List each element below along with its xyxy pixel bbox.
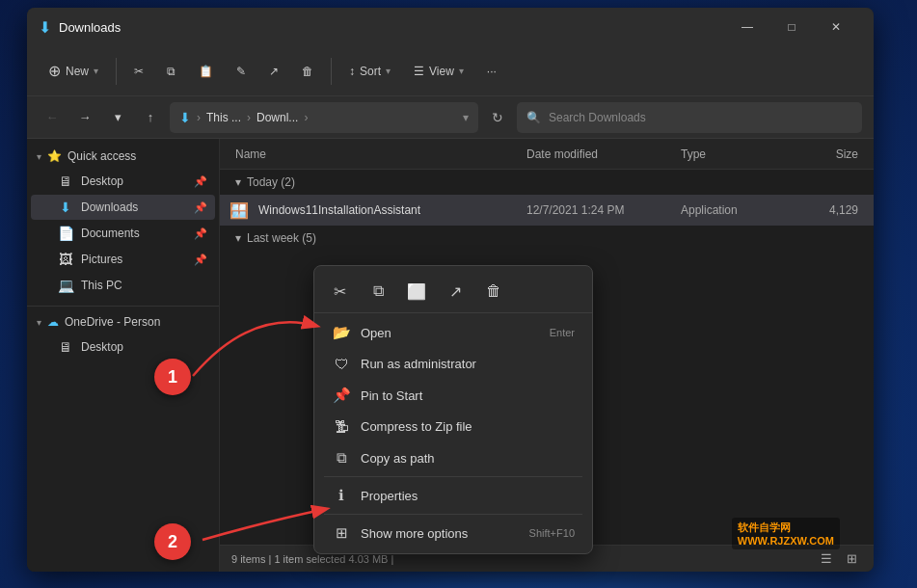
file-date: 12/7/2021 1:24 PM (519, 203, 673, 217)
onedrive-header[interactable]: ▾ ☁ OneDrive - Person (27, 310, 219, 334)
cut-button[interactable]: ✂ (124, 59, 153, 84)
watermark: 软件自学网 WWW.RJZXW.COM (732, 518, 840, 549)
ctx-showmore-label: Show more options (361, 526, 468, 541)
sidebar-item-desktop[interactable]: 🖥 Desktop 📌 (31, 169, 215, 194)
share-button[interactable]: ↗ (259, 59, 288, 84)
group-lastweek: ▾ Last week (5) (220, 226, 874, 251)
cut-icon: ✂ (134, 65, 144, 78)
copy-button[interactable]: ⧉ (157, 59, 185, 84)
refresh-button[interactable]: ↻ (484, 104, 511, 131)
annotation-1: 1 (154, 359, 191, 395)
ctx-delete-button[interactable]: 🗑 (478, 276, 509, 307)
col-name-header[interactable]: Name (228, 147, 519, 161)
col-type-header[interactable]: Type (673, 147, 789, 161)
file-windows-icon: 🪟 (228, 201, 251, 220)
sort-label: Sort (360, 65, 381, 78)
ctx-open-shortcut: Enter (550, 327, 575, 338)
onedrive-label: OneDrive - Person (65, 315, 160, 329)
address-path[interactable]: ⬇ › This ... › Downl... › ▾ (170, 102, 478, 133)
up-button[interactable]: ↑ (137, 104, 164, 131)
watermark-line1: 软件自学网 (738, 521, 834, 535)
ctx-open-left: 📂 Open (332, 324, 391, 341)
minimize-button[interactable]: — (725, 12, 769, 42)
ctx-copypath-item[interactable]: ⧉ Copy as path (318, 442, 588, 473)
ctx-compress-item[interactable]: 🗜 Compress to Zip file (318, 412, 588, 441)
path-part-1: This ... (206, 111, 241, 124)
sidebar-item-desktop-label: Desktop (81, 174, 123, 188)
sidebar-item-pictures[interactable]: 🖼 Pictures 📌 (31, 247, 215, 272)
quick-access-label: Quick access (67, 149, 136, 163)
back-button[interactable]: ← (39, 104, 66, 131)
onedrive-desktop-icon: 🖥 (58, 339, 73, 355)
file-name: Windows11InstallationAssistant (251, 203, 519, 217)
pin-icon-pictures: 📌 (194, 254, 207, 266)
search-bar[interactable]: 🔍 (517, 102, 862, 133)
ctx-open-item[interactable]: 📂 Open Enter (318, 317, 588, 348)
more-button[interactable]: ··· (477, 59, 506, 84)
ctx-properties-item[interactable]: ℹ Properties (318, 480, 588, 511)
ctx-showmore-left: ⊞ Show more options (332, 524, 468, 542)
view-button[interactable]: ☰ View ▾ (404, 59, 473, 84)
ctx-pinstart-item[interactable]: 📌 Pin to Start (318, 380, 588, 411)
paste-button[interactable]: 📋 (189, 59, 223, 84)
ctx-showmore-item[interactable]: ⊞ Show more options Shift+F10 (318, 518, 588, 548)
new-icon: ⊕ (48, 62, 61, 80)
new-button[interactable]: ⊕ New ▾ (39, 56, 108, 86)
copy-icon: ⧉ (167, 65, 175, 78)
more-icon: ··· (487, 65, 497, 78)
forward-button[interactable]: → (71, 104, 98, 131)
pin-icon-downloads: 📌 (194, 201, 207, 214)
sidebar-item-downloads[interactable]: ⬇ Downloads 📌 (31, 195, 215, 220)
ctx-runadmin-icon: 🛡 (332, 356, 351, 372)
rename-button[interactable]: ✎ (227, 59, 256, 84)
path-sep-1: › (197, 111, 201, 124)
col-date-header[interactable]: Date modified (519, 147, 673, 161)
maximize-button[interactable]: □ (769, 12, 814, 42)
ctx-open-icon: 📂 (332, 324, 351, 341)
sidebar-item-documents[interactable]: 📄 Documents 📌 (31, 221, 215, 246)
list-view-button[interactable]: ☰ (816, 548, 837, 570)
sort-button[interactable]: ↕ Sort ▾ (339, 59, 400, 84)
ctx-runadmin-item[interactable]: 🛡 Run as administrator (318, 349, 588, 379)
ctx-showmore-shortcut: Shift+F10 (529, 527, 575, 539)
delete-icon: 🗑 (302, 65, 313, 78)
window-icon: ⬇ (39, 18, 51, 37)
window-title: Downloads (59, 20, 121, 35)
watermark-line2: WWW.RJZXW.COM (738, 535, 834, 547)
toolbar-separator-2 (331, 58, 332, 85)
view-label: View (429, 65, 454, 78)
close-button[interactable]: ✕ (814, 12, 858, 42)
group-today-chevron-icon: ▾ (235, 175, 241, 189)
ctx-compress-label: Compress to Zip file (361, 419, 472, 434)
file-list-header: Name Date modified Type Size (220, 139, 874, 170)
sidebar-item-pictures-label: Pictures (81, 253, 122, 266)
view-chevron-icon: ▾ (459, 66, 464, 76)
col-size-header[interactable]: Size (789, 147, 866, 161)
new-chevron-icon: ▾ (94, 66, 98, 76)
path-dropdown-icon[interactable]: ▾ (463, 111, 469, 124)
title-bar: ⬇ Downloads — □ ✕ (27, 8, 874, 46)
table-row[interactable]: 🪟 Windows11InstallationAssistant 12/7/20… (220, 195, 874, 226)
file-type: Application (673, 203, 789, 217)
ctx-paste-button[interactable]: ⬜ (401, 276, 432, 307)
grid-view-button[interactable]: ⊞ (841, 548, 862, 570)
share-icon: ↗ (269, 65, 279, 78)
context-menu: ✂ ⧉ ⬜ ↗ 🗑 📂 Open Enter 🛡 Run as administ… (313, 265, 593, 554)
quick-access-header[interactable]: ▾ ⭐ Quick access (27, 145, 219, 168)
delete-button[interactable]: 🗑 (292, 59, 323, 84)
onedrive-section: ▾ ☁ OneDrive - Person 🖥 Desktop (27, 306, 219, 360)
sidebar: ▾ ⭐ Quick access 🖥 Desktop 📌 ⬇ Downloads… (27, 139, 220, 572)
recent-button[interactable]: ▾ (104, 104, 131, 131)
search-input[interactable] (549, 111, 852, 124)
ctx-cut-button[interactable]: ✂ (324, 276, 355, 307)
ctx-properties-icon: ℹ (332, 487, 351, 504)
ctx-open-label: Open (361, 326, 391, 340)
sidebar-item-thispc[interactable]: 💻 This PC (31, 273, 215, 298)
view-icon: ☰ (414, 65, 424, 78)
documents-icon: 📄 (58, 226, 73, 241)
ctx-share-button[interactable]: ↗ (440, 276, 471, 307)
sidebar-item-onedrive-desktop[interactable]: 🖥 Desktop (31, 334, 215, 360)
quick-access-star-icon: ⭐ (47, 149, 62, 163)
group-lastweek-label: Last week (5) (247, 231, 316, 245)
ctx-copy-button[interactable]: ⧉ (363, 276, 393, 307)
